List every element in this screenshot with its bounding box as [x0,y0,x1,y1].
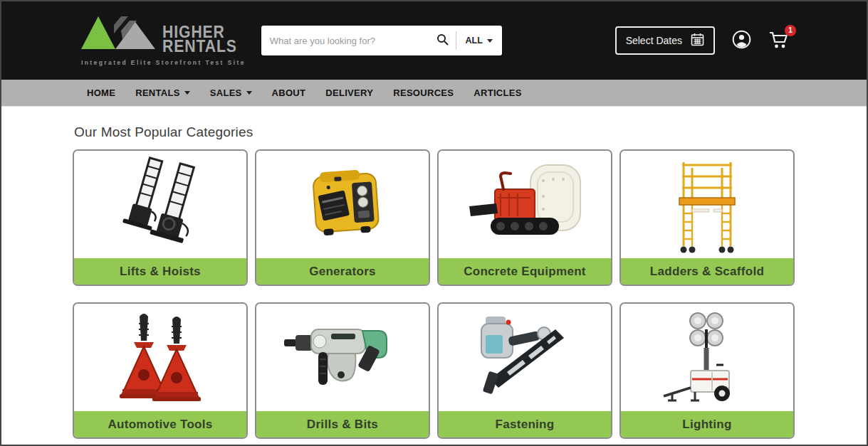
search-input[interactable] [261,26,429,55]
user-account-icon [732,30,751,51]
nav-item-sales[interactable]: SALES [210,87,252,98]
category-label: Generators [256,258,429,285]
category-card-fastening[interactable]: Fastening [437,302,612,439]
brand-name-line2: RENTALS [162,39,237,53]
cart-button[interactable]: 1 [768,30,790,52]
category-card-drills-bits[interactable]: Drills & Bits [255,302,430,439]
account-button[interactable] [732,30,751,51]
search-category-dropdown[interactable]: ALL [456,36,502,46]
chevron-down-icon [246,91,252,95]
nav-item-delivery[interactable]: DELIVERY [325,87,373,98]
nav-label: SALES [210,87,242,98]
category-label: Lighting [621,411,793,437]
automotive-tools-image [74,304,246,411]
category-label: Drills & Bits [256,411,429,437]
category-card-generators[interactable]: Generators [255,149,430,286]
nav-label: DELIVERY [325,87,373,98]
lighting-image [621,304,793,411]
fastening-image [439,304,611,411]
brand-logo[interactable]: HIGHER RENTALS Integrated Elite Storefro… [81,15,246,66]
category-label: Automotive Tools [74,411,246,437]
category-label: Lifts & Hoists [74,258,246,285]
nav-item-home[interactable]: HOME [87,87,115,98]
brand-name: HIGHER RENTALS [162,25,244,55]
calendar-icon [691,33,704,48]
category-label: Ladders & Scaffold [621,258,793,285]
chevron-down-icon [487,39,493,43]
cart-count-badge: 1 [785,25,796,36]
nav-label: ARTICLES [474,87,521,98]
ladders-scaffold-image [621,151,793,258]
category-label: Fastening [439,411,611,437]
select-dates-button[interactable]: Select Dates [615,26,715,55]
nav-label: RESOURCES [393,87,454,98]
search-button[interactable] [429,33,456,48]
category-card-automotive-tools[interactable]: Automotive Tools [73,302,248,439]
nav-item-rentals[interactable]: RENTALS [135,87,190,98]
nav-label: HOME [87,87,115,98]
header-actions: Select Dates [615,26,790,55]
brand-tagline: Integrated Elite Storefront Test Site [81,59,246,66]
mountain-logo-icon [81,15,155,55]
select-dates-label: Select Dates [626,35,682,46]
nav-item-resources[interactable]: RESOURCES [393,87,454,98]
nav-label: RENTALS [135,87,180,98]
concrete-equipment-image [439,151,611,258]
page-title: Our Most Popular Categories [74,124,867,140]
category-card-lifts-hoists[interactable]: Lifts & Hoists [73,149,248,286]
category-card-ladders-scaffold[interactable]: Ladders & Scaffold [619,149,795,286]
category-label: Concrete Equipment [439,258,611,285]
nav-item-about[interactable]: ABOUT [272,87,306,98]
search-icon [436,33,449,48]
search-category-label: ALL [466,36,483,46]
main-nav: HOME RENTALS SALES ABOUT DELIVERY RESOUR… [1,80,867,107]
lifts-hoists-image [74,151,246,258]
search-bar: ALL [261,26,502,55]
header: HIGHER RENTALS Integrated Elite Storefro… [1,1,867,80]
category-card-lighting[interactable]: Lighting [619,302,795,439]
category-grid: Lifts & Hoists [73,149,867,439]
generators-image [256,151,429,258]
category-card-concrete-equipment[interactable]: Concrete Equipment [437,149,612,286]
nav-label: ABOUT [272,87,306,98]
storefront-page: HIGHER RENTALS Integrated Elite Storefro… [0,0,868,446]
chevron-down-icon [184,91,190,95]
main-content: Our Most Popular Categories [1,107,867,439]
drills-bits-image [256,304,429,411]
nav-item-articles[interactable]: ARTICLES [474,87,521,98]
